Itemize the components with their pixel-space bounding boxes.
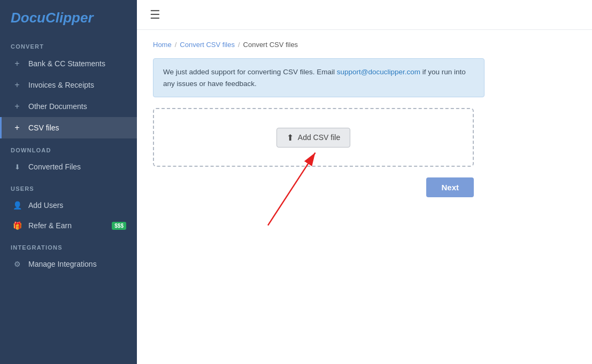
next-button[interactable]: Next bbox=[426, 177, 474, 197]
sidebar: DocuClipper CONVERT + Bank & CC Statemen… bbox=[0, 0, 137, 364]
sidebar-item-manage-integrations[interactable]: ⚙ Manage Integrations bbox=[0, 254, 137, 274]
plus-icon: + bbox=[12, 123, 22, 133]
breadcrumb-sep1: / bbox=[175, 41, 177, 49]
logo-area: DocuClipper bbox=[0, 0, 137, 35]
sidebar-item-label: Converted Files bbox=[28, 162, 81, 171]
breadcrumb-current: Convert CSV files bbox=[243, 41, 298, 49]
integrations-section-label: INTEGRATIONS bbox=[0, 236, 137, 254]
actions-row: Next bbox=[153, 177, 474, 197]
upload-icon: ⬆ bbox=[287, 133, 294, 143]
app-logo: DocuClipper bbox=[11, 10, 94, 26]
gift-icon: 🎁 bbox=[12, 221, 22, 230]
sidebar-item-label: Invoices & Receipts bbox=[28, 81, 94, 89]
sidebar-item-other-docs[interactable]: + Other Documents bbox=[0, 96, 137, 117]
hamburger-menu[interactable]: ☰ bbox=[150, 9, 159, 21]
sidebar-item-bank-cc[interactable]: + Bank & CC Statements bbox=[0, 53, 137, 74]
breadcrumb-home[interactable]: Home bbox=[153, 41, 172, 49]
add-csv-label: Add CSV file bbox=[298, 133, 340, 142]
main-content: ☰ Home / Convert CSV files / Convert CSV… bbox=[137, 0, 592, 364]
download-section-label: DOWNLOAD bbox=[0, 138, 137, 157]
sidebar-item-label: Other Documents bbox=[28, 102, 87, 111]
user-icon: 👤 bbox=[12, 201, 22, 210]
gear-icon: ⚙ bbox=[12, 260, 22, 268]
plus-icon: + bbox=[12, 59, 22, 68]
download-icon: ⬇ bbox=[12, 163, 22, 171]
sidebar-item-label: Manage Integrations bbox=[28, 260, 97, 268]
csv-drop-zone[interactable]: ⬆ Add CSV file bbox=[153, 108, 474, 167]
sidebar-item-refer-earn[interactable]: 🎁 Refer & Earn $$$ bbox=[0, 215, 137, 236]
sidebar-item-label: CSV files bbox=[28, 123, 59, 132]
refer-badge: $$$ bbox=[112, 222, 126, 230]
support-email[interactable]: support@docuclipper.com bbox=[337, 68, 420, 76]
topbar: ☰ bbox=[137, 0, 592, 30]
info-banner: We just added support for converting CSV… bbox=[153, 58, 485, 97]
sidebar-item-label: Refer & Earn bbox=[28, 221, 72, 230]
breadcrumb-sep2: / bbox=[238, 41, 240, 49]
plus-icon: + bbox=[12, 102, 22, 111]
convert-section-label: CONVERT bbox=[0, 35, 137, 53]
content-area: Home / Convert CSV files / Convert CSV f… bbox=[137, 30, 592, 364]
info-text-before: We just added support for converting CSV… bbox=[163, 68, 337, 76]
sidebar-item-csv-files[interactable]: + CSV files bbox=[0, 117, 137, 138]
sidebar-item-label: Add Users bbox=[28, 201, 63, 210]
sidebar-item-converted-files[interactable]: ⬇ Converted Files bbox=[0, 157, 137, 177]
plus-icon: + bbox=[12, 80, 22, 90]
users-section-label: USERS bbox=[0, 177, 137, 195]
breadcrumb: Home / Convert CSV files / Convert CSV f… bbox=[153, 41, 576, 49]
sidebar-item-invoices[interactable]: + Invoices & Receipts bbox=[0, 74, 137, 96]
breadcrumb-convert-csv[interactable]: Convert CSV files bbox=[180, 41, 235, 49]
sidebar-item-label: Bank & CC Statements bbox=[28, 59, 105, 68]
sidebar-item-add-users[interactable]: 👤 Add Users bbox=[0, 195, 137, 215]
add-csv-button[interactable]: ⬆ Add CSV file bbox=[276, 128, 350, 148]
